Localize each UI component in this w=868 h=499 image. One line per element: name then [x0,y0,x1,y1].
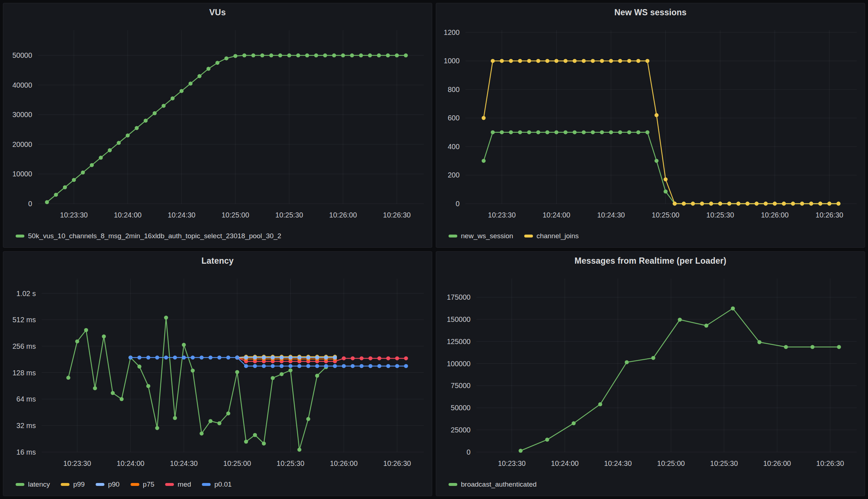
legend-swatch [449,235,457,237]
panel-title-messages-from-realtime[interactable]: Messages from Realtime (per Loader) [574,256,726,266]
data-point [323,53,327,57]
data-point [395,356,399,360]
data-point [536,59,540,63]
data-point [297,364,301,368]
series-line [483,132,838,204]
data-point [324,356,328,360]
data-point [837,345,841,349]
data-point [271,356,275,360]
data-point [75,339,79,343]
data-point [582,59,586,63]
data-point [518,130,522,134]
data-point [527,130,531,134]
panel-title-new-ws-sessions[interactable]: New WS sessions [614,8,687,17]
data-point [333,364,337,368]
data-point [138,356,142,360]
legend-swatch [202,483,211,486]
data-point [627,130,631,134]
y-tick-label: 0 [467,448,471,456]
x-tick-label: 10:24:00 [551,459,579,467]
series-50k_vus_10_channels_8_msg_2min_16xldb_auth_topic_select_23018_pool_30_2 [45,53,408,204]
legend-label: med [178,480,191,488]
data-point [305,53,309,57]
data-point [500,130,504,134]
y-tick-label: 512 ms [12,316,36,324]
data-point [395,364,399,368]
data-point [164,356,168,360]
legend-item-latency[interactable]: latency [16,480,50,488]
messages-chart[interactable]: 0250005000075000100000125000150000175000… [436,270,865,476]
data-point [288,368,292,372]
panel-title-vus[interactable]: VUs [209,8,226,17]
data-point [651,356,655,360]
panel-title-latency[interactable]: Latency [202,256,234,266]
data-point [386,53,390,57]
data-point [315,374,319,378]
legend-item-p0.01[interactable]: p0.01 [202,480,232,488]
data-point [627,59,631,63]
x-tick-label: 10:26:30 [816,211,843,219]
y-tick-label: 40000 [12,81,32,89]
legend-item-p75[interactable]: p75 [131,480,155,488]
data-point [519,449,523,453]
legend-swatch [524,235,533,237]
data-point [315,356,319,360]
data-point [369,356,373,360]
data-point [678,318,682,322]
data-point [182,343,186,347]
data-point [645,130,649,134]
data-point [700,201,704,205]
panel-messages-from-realtime: Messages from Realtime (per Loader) 0250… [436,251,865,496]
legend-item-new_ws_session[interactable]: new_ws_session [449,232,513,240]
x-tick-label: 10:25:00 [657,459,685,467]
data-point [811,345,815,349]
series-latency [66,316,328,452]
data-point [153,111,157,115]
data-point [636,59,640,63]
x-tick-label: 10:23:30 [498,459,526,467]
legend-item-p99[interactable]: p99 [61,480,85,488]
legend-label: p75 [143,480,155,488]
x-tick-label: 10:24:30 [597,211,625,219]
y-tick-label: 150000 [447,315,470,323]
data-point [278,53,282,57]
messages-plot-area: 0250005000075000100000125000150000175000… [436,270,865,476]
legend-label: broadcast_authenticated [461,480,537,488]
data-point [377,356,381,360]
legend-label: latency [28,480,50,488]
data-point [369,364,373,368]
data-point [368,53,372,57]
data-point [545,438,549,442]
data-point [773,201,777,205]
panel-header: New WS sessions [436,3,865,21]
data-point [242,53,246,57]
data-point [260,53,264,57]
data-point [215,61,219,65]
legend-item-50k_vus_10_channels_8_msg_2min_16xldb_auth_topic_select_23018_pool_30_2[interactable]: 50k_vus_10_channels_8_msg_2min_16xldb_au… [16,232,281,240]
legend-item-med[interactable]: med [165,480,191,488]
legend-item-p90[interactable]: p90 [96,480,120,488]
data-point [262,442,266,446]
legend-label: p0.01 [214,480,232,488]
data-point [518,59,522,63]
y-tick-label: 1200 [444,28,460,36]
legend-item-broadcast_authenticated[interactable]: broadcast_authenticated [449,480,537,488]
latency-chart[interactable]: 16 ms32 ms64 ms128 ms256 ms512 ms1.02 s1… [3,270,432,476]
dashboard: VUs 0100002000030000400005000010:23:3010… [0,0,868,499]
data-point [244,364,248,368]
data-point [111,391,115,395]
legend-item-channel_joins[interactable]: channel_joins [524,232,579,240]
vus-chart[interactable]: 0100002000030000400005000010:23:3010:24:… [3,21,432,228]
data-point [262,364,266,368]
data-point [827,201,831,205]
data-point [609,59,613,63]
legend-label: 50k_vus_10_channels_8_msg_2min_16xldb_au… [28,232,281,240]
data-point [332,53,336,57]
new-ws-sessions-chart[interactable]: 02004006008001000120010:23:3010:24:0010:… [436,21,865,228]
data-point [306,417,310,421]
vus-plot-area: 0100002000030000400005000010:23:3010:24:… [3,21,432,228]
data-point [191,368,195,372]
data-point [288,364,292,368]
y-tick-label: 0 [28,200,32,208]
data-point [182,356,186,360]
